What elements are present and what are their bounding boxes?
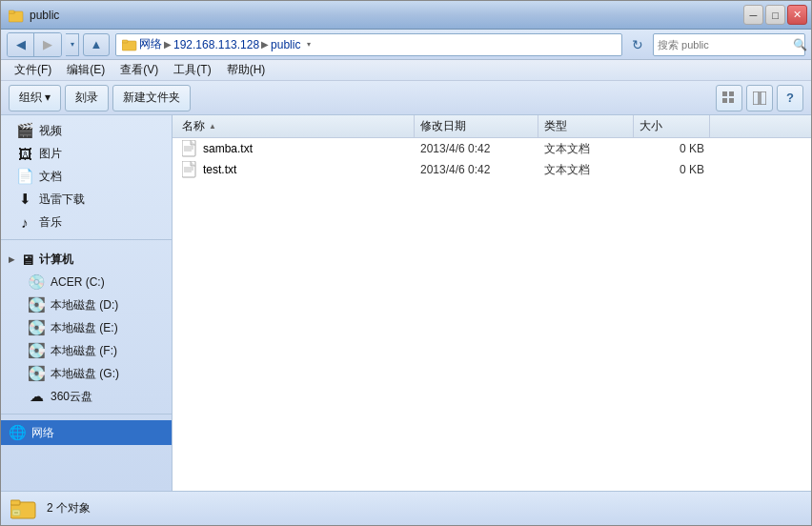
sidebar-item-drive-g[interactable]: 💽 本地磁盘 (G:) [1,362,172,385]
sidebar-scroll-area: 🎬 视频 🖼 图片 📄 文档 ⬇ 迅雷下载 [1,115,172,491]
minimize-button[interactable]: ─ [743,5,763,25]
window-icon [9,8,24,23]
table-row[interactable]: test.txt 2013/4/6 0:42 文本文档 0 KB [173,159,811,180]
table-row[interactable]: samba.txt 2013/4/6 0:42 文本文档 0 KB [173,138,811,159]
help-button[interactable]: ? [777,85,803,111]
sidebar-item-videos[interactable]: 🎬 视频 [1,119,172,142]
sidebar-computer-section: ▶ 🖥 计算机 💿 ACER (C:) 💽 本地磁盘 (D:) 💽 [1,242,172,412]
sidebar-item-drive-c[interactable]: 💿 ACER (C:) [1,271,172,293]
sidebar-item-pictures[interactable]: 🖼 图片 [1,142,172,165]
col-header-name[interactable]: 名称 ▲ [176,115,415,137]
pane-icon [753,91,766,105]
col-header-date[interactable]: 修改日期 [415,115,538,137]
sort-arrow-icon: ▲ [209,122,216,131]
sidebar-item-drive-f[interactable]: 💽 本地磁盘 (F:) [1,339,172,362]
svg-rect-6 [729,91,734,96]
titlebar-buttons: ─ □ ✕ [743,5,807,25]
breadcrumb-bar: 网络 ▶ 192.168.113.128 ▶ public ▾ [115,33,622,56]
col-header-size[interactable]: 大小 [634,115,710,137]
menu-view[interactable]: 查看(V) [112,60,166,80]
breadcrumb-folder-icon [122,38,137,51]
drive-360-icon: ☁ [28,388,45,405]
pictures-icon: 🖼 [16,145,33,162]
maximize-button[interactable]: □ [765,5,785,25]
svg-rect-9 [753,91,759,105]
search-box: 🔍 [653,33,805,56]
titlebar-left: public [9,8,59,23]
computer-triangle-icon: ▶ [9,255,14,264]
up-button[interactable]: ▲ [83,33,110,56]
refresh-button[interactable]: ↻ [626,33,649,56]
network-icon: 🌐 [9,424,26,441]
svg-rect-7 [722,98,727,103]
pane-button[interactable] [746,85,773,111]
sidebar-item-music[interactable]: ♪ 音乐 [1,211,172,233]
breadcrumb-share[interactable]: public [271,38,300,51]
documents-icon: 📄 [16,168,33,185]
file-date-samba: 2013/4/6 0:42 [415,142,538,155]
svg-rect-20 [10,500,20,505]
sidebar-item-xunlei[interactable]: ⬇ 迅雷下载 [1,188,172,211]
menu-help[interactable]: 帮助(H) [219,60,274,80]
breadcrumb-network[interactable]: 网络 [139,36,162,52]
status-folder-icon [10,496,37,522]
drive-d-icon: 💽 [28,296,45,314]
svg-rect-4 [122,40,128,43]
back-button[interactable]: ◀ [8,33,34,56]
organize-button[interactable]: 组织 ▾ [9,85,61,111]
sidebar-item-drive-360[interactable]: ☁ 360云盘 [1,385,172,408]
sidebar-quick-access: 🎬 视频 🖼 图片 📄 文档 ⬇ 迅雷下载 [1,115,172,237]
menu-file[interactable]: 文件(F) [7,60,59,80]
sidebar-item-drive-e[interactable]: 💽 本地磁盘 (E:) [1,316,172,339]
titlebar: public ─ □ ✕ [1,1,811,30]
sidebar-computer-header[interactable]: ▶ 🖥 计算机 [1,246,172,271]
video-icon: 🎬 [16,122,33,139]
sidebar-item-documents[interactable]: 📄 文档 [1,165,172,188]
file-size-samba: 0 KB [634,142,710,155]
menubar: 文件(F) 编辑(E) 查看(V) 工具(T) 帮助(H) [1,60,811,81]
file-date-test: 2013/4/6 0:42 [415,163,538,176]
computer-icon: 🖥 [18,251,35,268]
status-text: 2 个对象 [47,500,91,516]
svg-rect-2 [9,10,14,13]
addressbar: ◀ ▶ ▾ ▲ 网络 ▶ 192.168.113.128 ▶ public ▾ … [1,30,811,60]
menu-tools[interactable]: 工具(T) [166,60,218,80]
svg-rect-10 [761,91,766,105]
menu-edit[interactable]: 编辑(E) [59,60,112,80]
new-folder-button[interactable]: 新建文件夹 [112,85,191,111]
sidebar-item-network[interactable]: 🌐 网络 [1,420,172,445]
search-icon: 🔍 [793,38,807,51]
file-txt-icon-2 [182,161,197,178]
nav-dropdown-button[interactable]: ▾ [66,33,79,56]
file-name-test: test.txt [176,161,415,178]
drive-f-icon: 💽 [28,342,45,359]
breadcrumb-dropdown-button[interactable]: ▾ [302,33,315,56]
drive-c-icon: 💿 [28,273,45,291]
xunlei-icon: ⬇ [16,191,33,208]
sidebar-network-section: 🌐 网络 [1,416,172,449]
burn-button[interactable]: 刻录 [65,85,109,111]
svg-rect-15 [182,161,195,177]
svg-rect-8 [729,98,734,103]
breadcrumb-host[interactable]: 192.168.113.128 [173,38,259,51]
main-area: 🎬 视频 🖼 图片 📄 文档 ⬇ 迅雷下载 [1,115,811,491]
file-list: samba.txt 2013/4/6 0:42 文本文档 0 KB [173,138,811,491]
toolbar: 组织 ▾ 刻录 新建文件夹 ? [1,81,811,115]
sidebar: 🎬 视频 🖼 图片 📄 文档 ⬇ 迅雷下载 [1,115,173,491]
statusbar: 2 个对象 [1,491,811,525]
sidebar-item-drive-d[interactable]: 💽 本地磁盘 (D:) [1,293,172,316]
titlebar-title: public [30,9,59,22]
nav-back-forward-group: ◀ ▶ [7,32,62,57]
sidebar-divider-1 [1,239,172,240]
file-area: 名称 ▲ 修改日期 类型 大小 [173,115,811,491]
toolbar-right: ? [716,85,803,111]
sidebar-divider-2 [1,414,172,415]
view-toggle-button[interactable] [716,85,742,111]
svg-rect-5 [722,91,727,96]
svg-rect-11 [182,140,195,156]
search-input[interactable] [658,39,789,51]
forward-button[interactable]: ▶ [34,33,61,56]
close-button[interactable]: ✕ [787,5,807,25]
music-icon: ♪ [16,213,33,231]
col-header-type[interactable]: 类型 [538,115,634,137]
